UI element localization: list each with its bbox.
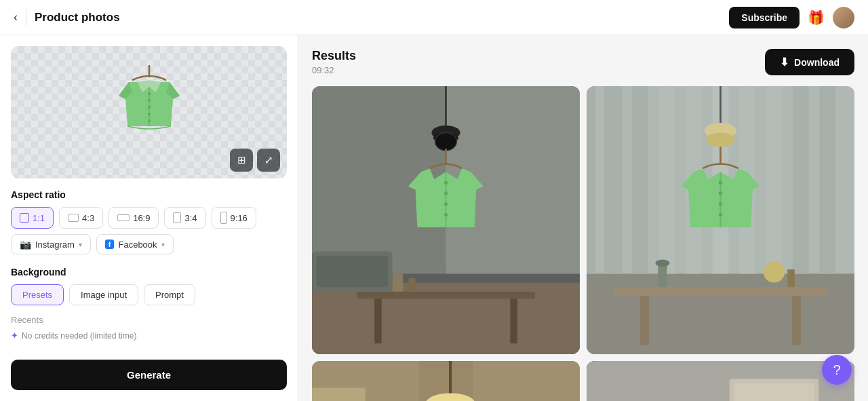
svg-rect-93 (734, 383, 814, 401)
ratio-9-16-icon (220, 212, 227, 224)
ratio-1-1-label: 1:1 (33, 213, 45, 223)
svg-rect-20 (393, 274, 403, 292)
subscribe-button[interactable]: Subscribe (729, 7, 800, 28)
svg-rect-49 (787, 269, 795, 287)
svg-rect-32 (587, 274, 854, 355)
result-image-2[interactable] (587, 86, 854, 354)
ratio-3-4[interactable]: 3:4 (164, 207, 205, 229)
svg-point-58 (719, 213, 722, 216)
result-image-4[interactable] (587, 361, 854, 401)
crop-icon[interactable]: ⊞ (230, 149, 253, 172)
svg-point-47 (655, 259, 669, 267)
svg-rect-43 (614, 287, 828, 296)
svg-rect-46 (658, 265, 667, 287)
facebook-label: Facebook (118, 240, 157, 250)
background-label: Background (11, 267, 287, 278)
svg-point-26 (444, 181, 448, 185)
download-icon: ⬇ (780, 56, 789, 69)
ratio-1-1-icon (20, 213, 29, 223)
svg-rect-21 (408, 278, 416, 292)
svg-rect-23 (317, 256, 388, 287)
facebook-icon: f (105, 240, 115, 249)
svg-rect-45 (792, 296, 801, 345)
ratio-3-4-label: 3:4 (184, 213, 197, 223)
aspect-ratio-options: 1:1 4:3 16:9 3:4 9:16 (11, 207, 287, 229)
ratio-9-16[interactable]: 9:16 (212, 207, 256, 229)
facebook-button[interactable]: f Facebook ▾ (96, 234, 174, 254)
ratio-1-1[interactable]: 1:1 (11, 207, 54, 229)
instagram-label: Instagram (35, 240, 75, 250)
ratio-3-4-icon (173, 212, 181, 223)
svg-point-3 (148, 99, 151, 102)
credits-text: No credits needed (limited time) (22, 331, 136, 341)
ratio-4-3-label: 4:3 (82, 213, 94, 223)
results-title: Results (312, 49, 356, 63)
svg-point-6 (148, 119, 151, 122)
download-label: Download (794, 57, 840, 68)
page-title: Product photos (35, 11, 729, 24)
results-header: Results 09:32 ⬇ Download (312, 49, 854, 75)
ratio-4-3-icon (68, 214, 79, 222)
aspect-ratio-label: Aspect ratio (11, 189, 287, 200)
generate-button[interactable]: Generate (11, 360, 287, 390)
results-grid (312, 86, 854, 401)
svg-point-16 (435, 132, 457, 150)
background-tabs: Presets Image input Prompt (11, 284, 287, 305)
svg-point-29 (444, 213, 448, 216)
tab-prompt[interactable]: Prompt (144, 284, 195, 305)
ratio-16-9-icon (117, 214, 130, 221)
main-layout: ⊞ ⤢ Aspect ratio 1:1 4:3 16:9 3:4 (0, 35, 868, 401)
ratio-16-9[interactable]: 16:9 (108, 207, 159, 229)
svg-point-55 (719, 181, 722, 185)
header-actions: Subscribe 🎁 (729, 7, 854, 28)
svg-rect-44 (640, 296, 649, 345)
svg-point-56 (719, 191, 722, 195)
svg-point-2 (148, 92, 151, 95)
instagram-icon: 📷 (20, 239, 31, 250)
facebook-chevron-icon: ▾ (161, 241, 165, 248)
ratio-16-9-label: 16:9 (133, 213, 150, 223)
svg-point-4 (148, 106, 151, 109)
diamond-icon: ✦ (11, 330, 18, 341)
svg-rect-19 (510, 299, 517, 343)
avatar-image (833, 7, 854, 28)
ratio-9-16-label: 9:16 (231, 213, 248, 223)
right-panel: Results 09:32 ⬇ Download (298, 35, 868, 401)
tab-presets[interactable]: Presets (11, 284, 64, 305)
result-image-3[interactable] (312, 361, 580, 401)
results-time: 09:32 (312, 65, 356, 75)
social-options: 📷 Instagram ▾ f Facebook ▾ (11, 234, 287, 254)
download-button[interactable]: ⬇ Download (765, 49, 854, 75)
svg-point-27 (444, 191, 448, 195)
ratio-4-3[interactable]: 4:3 (59, 207, 103, 229)
svg-point-57 (719, 202, 722, 206)
result-image-1[interactable] (312, 86, 580, 354)
left-panel: ⊞ ⤢ Aspect ratio 1:1 4:3 16:9 3:4 (0, 35, 298, 401)
avatar[interactable] (833, 7, 854, 28)
svg-point-28 (444, 202, 448, 206)
svg-rect-18 (374, 299, 382, 343)
svg-rect-17 (357, 292, 535, 299)
instagram-chevron-icon: ▾ (79, 241, 82, 248)
credits-note: ✦ No credits needed (limited time) (11, 330, 287, 341)
back-button[interactable]: ‹ (14, 10, 18, 24)
svg-rect-62 (312, 388, 366, 402)
gift-icon[interactable]: 🎁 (808, 9, 825, 26)
svg-point-52 (706, 132, 734, 147)
help-icon: ? (833, 362, 840, 378)
image-preview: ⊞ ⤢ (11, 46, 287, 178)
header-divider (26, 9, 26, 26)
expand-icon[interactable]: ⤢ (257, 149, 280, 172)
preview-actions: ⊞ ⤢ (230, 149, 280, 172)
instagram-button[interactable]: 📷 Instagram ▾ (11, 234, 91, 254)
product-image (95, 58, 203, 167)
svg-point-48 (764, 261, 785, 283)
help-button[interactable]: ? (822, 355, 852, 385)
svg-point-5 (148, 113, 151, 115)
tab-image-input[interactable]: Image input (69, 284, 138, 305)
recents-label: Recents (11, 315, 287, 325)
header: ‹ Product photos Subscribe 🎁 (0, 0, 868, 35)
results-info: Results 09:32 (312, 49, 356, 75)
